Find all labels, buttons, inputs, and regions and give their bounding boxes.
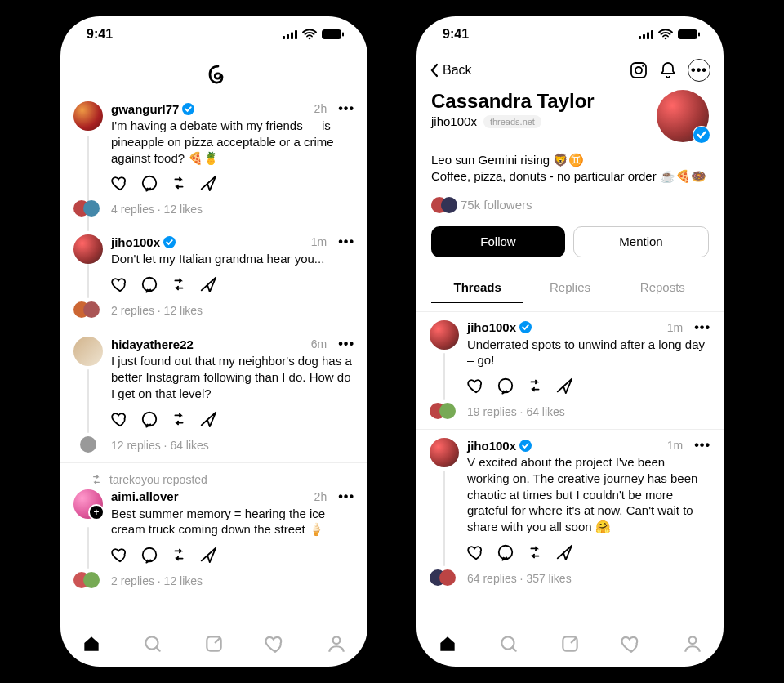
status-bar: 9:41: [60, 16, 368, 52]
mention-button[interactable]: Mention: [573, 226, 709, 257]
domain-badge[interactable]: threads.net: [483, 115, 541, 128]
app-logo-row: [60, 52, 368, 101]
follow-badge-icon[interactable]: +: [88, 504, 105, 520]
username[interactable]: jiho100x: [467, 439, 516, 453]
like-icon[interactable]: [467, 377, 485, 395]
status-icons: [283, 29, 345, 40]
reply-avatars[interactable]: [74, 301, 103, 319]
reply-avatars[interactable]: [430, 569, 459, 587]
avatar[interactable]: +: [74, 489, 103, 519]
share-icon[interactable]: [555, 377, 573, 395]
reply-avatars[interactable]: [430, 403, 459, 421]
username[interactable]: hidayathere22: [111, 337, 194, 351]
comment-icon[interactable]: [497, 543, 514, 561]
instagram-icon[interactable]: [629, 60, 648, 80]
threads-logo-icon[interactable]: [202, 62, 226, 87]
like-icon[interactable]: [467, 543, 485, 561]
post[interactable]: gwangurl77 2h ••• I'm having a debate wi…: [60, 101, 368, 226]
followers-count[interactable]: 75k followers: [431, 197, 709, 213]
post-stats[interactable]: 2 replies · 12 likes: [111, 304, 354, 317]
post-stats[interactable]: 12 replies · 64 likes: [111, 439, 354, 452]
like-icon[interactable]: [111, 410, 129, 428]
tab-reposts[interactable]: Reposts: [617, 272, 709, 303]
repost-icon[interactable]: [170, 546, 188, 564]
tab-profile-icon[interactable]: [326, 633, 347, 654]
username[interactable]: aimi.allover: [111, 489, 179, 503]
tab-search-icon[interactable]: [142, 633, 163, 654]
username[interactable]: jiho100x: [467, 320, 516, 334]
tab-home-icon[interactable]: [81, 633, 102, 654]
post-time: 2h: [314, 490, 327, 503]
post-time: 1m: [667, 321, 683, 334]
comment-icon[interactable]: [140, 410, 158, 428]
post-menu-icon[interactable]: •••: [338, 234, 354, 249]
post[interactable]: jiho100x 1m ••• Don't let my Italian gra…: [60, 226, 368, 328]
battery-icon: [678, 29, 701, 39]
post-stats[interactable]: 64 replies · 357 likes: [467, 572, 710, 585]
tab-home-icon[interactable]: [437, 633, 458, 654]
post[interactable]: jiho100x 1m ••• V excited about the proj…: [416, 429, 724, 596]
post-menu-icon[interactable]: •••: [338, 101, 354, 116]
share-icon[interactable]: [199, 546, 217, 564]
post-time: 1m: [667, 439, 683, 452]
avatar[interactable]: [430, 438, 459, 467]
post-menu-icon[interactable]: •••: [694, 320, 710, 335]
username[interactable]: gwangurl77: [111, 102, 179, 116]
tab-compose-icon[interactable]: [203, 633, 225, 654]
comment-icon[interactable]: [140, 275, 158, 293]
top-bar: Back •••: [416, 52, 724, 87]
share-icon[interactable]: [555, 543, 573, 561]
like-icon[interactable]: [111, 546, 129, 564]
post[interactable]: hidayathere22 6m ••• I just found out th…: [60, 328, 368, 462]
avatar[interactable]: [74, 101, 103, 131]
post[interactable]: jiho100x 1m ••• Underrated spots to unwi…: [416, 312, 724, 430]
share-icon[interactable]: [199, 410, 217, 428]
reply-avatars[interactable]: [74, 436, 103, 454]
comment-icon[interactable]: [140, 174, 158, 192]
feed[interactable]: gwangurl77 2h ••• I'm having a debate wi…: [60, 101, 368, 621]
share-icon[interactable]: [199, 174, 217, 192]
repost-icon[interactable]: [170, 410, 188, 428]
repost-icon[interactable]: [526, 543, 544, 561]
avatar[interactable]: [430, 320, 459, 350]
post-stats[interactable]: 2 replies · 12 likes: [111, 574, 354, 587]
avatar[interactable]: [74, 234, 103, 264]
follow-button[interactable]: Follow: [431, 226, 565, 257]
bell-icon[interactable]: [658, 60, 678, 80]
tab-compose-icon[interactable]: [559, 633, 581, 654]
repost-icon: [90, 473, 103, 486]
repost-icon[interactable]: [170, 275, 188, 293]
verified-icon: [519, 440, 532, 452]
post-stats[interactable]: 19 replies · 64 likes: [467, 405, 710, 418]
like-icon[interactable]: [111, 275, 129, 293]
profile-avatar[interactable]: [657, 90, 709, 142]
post-menu-icon[interactable]: •••: [338, 337, 354, 351]
reply-avatars[interactable]: [74, 572, 103, 590]
comment-icon[interactable]: [497, 377, 514, 395]
like-icon[interactable]: [111, 174, 129, 192]
post[interactable]: tarekoyou reposted + aimi.allover 2h •••: [60, 462, 368, 599]
post-menu-icon[interactable]: •••: [694, 438, 710, 453]
back-button[interactable]: Back: [430, 63, 472, 78]
more-menu-icon[interactable]: •••: [688, 59, 710, 82]
profile-feed[interactable]: jiho100x 1m ••• Underrated spots to unwi…: [416, 312, 724, 622]
post-stats[interactable]: 4 replies · 12 likes: [111, 203, 354, 216]
wifi-icon: [658, 29, 673, 40]
repost-icon[interactable]: [526, 377, 544, 395]
tab-activity-icon[interactable]: [265, 633, 286, 654]
tab-replies[interactable]: Replies: [523, 272, 616, 303]
share-icon[interactable]: [199, 275, 217, 293]
post-menu-icon[interactable]: •••: [338, 489, 354, 504]
post-time: 2h: [314, 102, 327, 115]
tab-search-icon[interactable]: [498, 633, 519, 654]
tab-threads[interactable]: Threads: [431, 272, 523, 303]
reply-avatars[interactable]: [74, 200, 103, 218]
avatar[interactable]: [74, 337, 103, 366]
username[interactable]: jiho100x: [111, 235, 160, 249]
tab-bar: [60, 621, 368, 667]
tab-activity-icon[interactable]: [621, 633, 642, 654]
repost-note: tarekoyou reposted: [74, 466, 354, 489]
comment-icon[interactable]: [140, 546, 158, 564]
tab-profile-icon[interactable]: [682, 633, 703, 654]
repost-icon[interactable]: [170, 174, 188, 192]
